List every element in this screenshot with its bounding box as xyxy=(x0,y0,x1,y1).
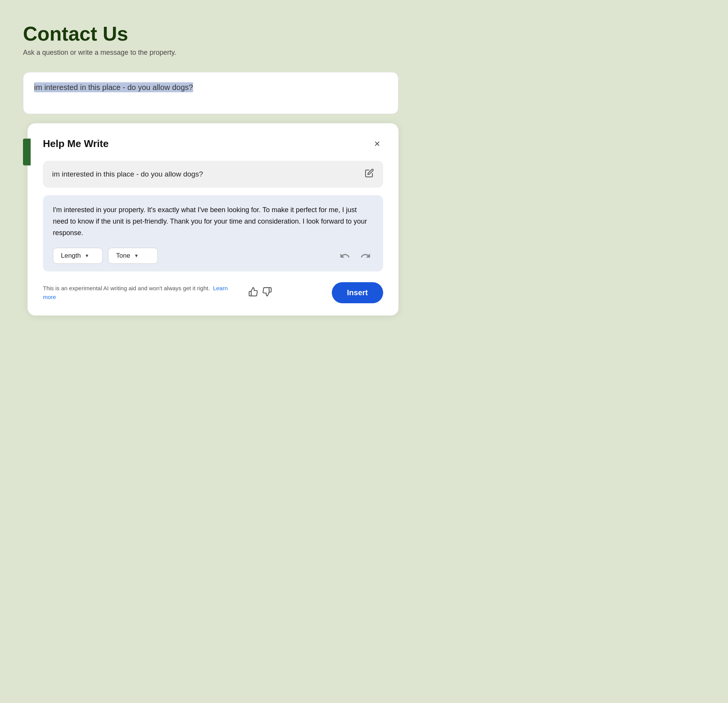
length-arrow-icon: ▼ xyxy=(85,253,89,258)
undo-button[interactable] xyxy=(337,248,353,263)
panel-header: Help Me Write × xyxy=(43,137,383,150)
message-input-wrapper[interactable]: im interested in this place - do you all… xyxy=(23,72,398,114)
generated-text: I'm interested in your property. It's ex… xyxy=(53,204,373,239)
tone-label: Tone xyxy=(116,252,130,260)
disclaimer-text: This is an experimental AI writing aid a… xyxy=(43,284,242,301)
prompt-text: im interested in this place - do you all… xyxy=(52,170,359,178)
feedback-icons xyxy=(248,287,272,299)
length-dropdown[interactable]: Length ▼ xyxy=(53,248,103,264)
insert-button[interactable]: Insert xyxy=(332,282,383,303)
message-input-text: im interested in this place - do you all… xyxy=(34,82,193,92)
green-tab xyxy=(23,139,31,165)
help-me-write-panel: Help Me Write × im interested in this pl… xyxy=(28,123,398,316)
undo-redo-row xyxy=(337,248,373,263)
page-subtitle: Ask a question or write a message to the… xyxy=(23,49,398,57)
panel-title: Help Me Write xyxy=(43,138,108,150)
edit-icon[interactable] xyxy=(365,168,374,180)
tone-dropdown[interactable]: Tone ▼ xyxy=(108,248,158,264)
thumbs-up-icon[interactable] xyxy=(248,287,258,299)
page-title: Contact Us xyxy=(23,23,398,45)
redo-button[interactable] xyxy=(358,248,373,263)
length-label: Length xyxy=(61,252,81,260)
controls-row: Length ▼ Tone ▼ xyxy=(53,248,373,264)
panel-footer: This is an experimental AI writing aid a… xyxy=(43,282,383,303)
close-button[interactable]: × xyxy=(371,137,383,150)
generated-text-box: I'm interested in your property. It's ex… xyxy=(43,195,383,271)
thumbs-down-icon[interactable] xyxy=(262,287,272,299)
tone-arrow-icon: ▼ xyxy=(134,253,139,258)
prompt-box: im interested in this place - do you all… xyxy=(43,161,383,188)
